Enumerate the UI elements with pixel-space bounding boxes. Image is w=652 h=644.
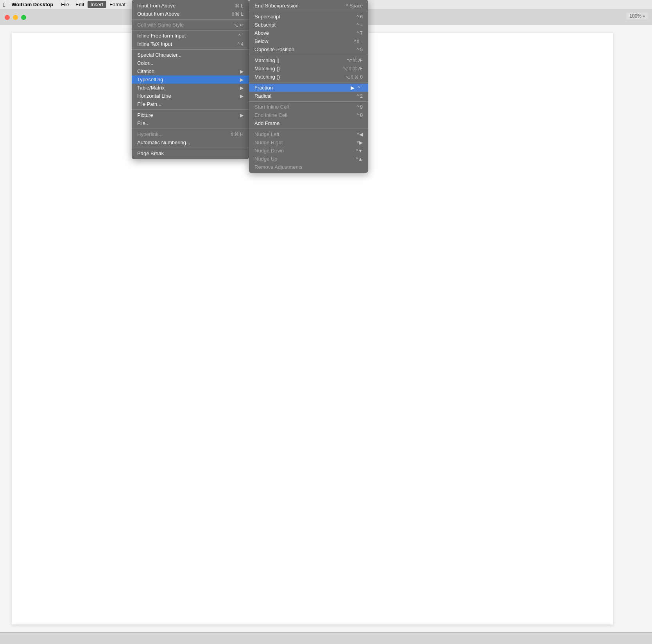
submenu-item-fraction[interactable]: Fraction ▶ ^ ´ [249, 84, 368, 92]
submenu-item-start-inline-cell: Start Inline Cell ^ 9 [249, 103, 368, 111]
typesetting-submenu: End Subexpression ^ Space Superscript ^ … [249, 0, 368, 173]
submenu-item-matching-parens[interactable]: Matching () ⌥⇧⌘ 0 [249, 73, 368, 81]
table-matrix-arrow-icon: ▶ [240, 85, 244, 91]
submenu-item-above[interactable]: Above ^ 7 [249, 29, 368, 37]
submenu-separator-4 [249, 101, 368, 102]
submenu-item-nudge-left: Nudge Left ^◀ [249, 130, 368, 138]
submenu-item-nudge-up: Nudge Up ^▲ [249, 155, 368, 163]
submenu-item-end-subexpression[interactable]: End Subexpression ^ Space [249, 2, 368, 10]
menubar-format[interactable]: Format [106, 1, 129, 8]
status-bar [0, 632, 652, 644]
menu-item-inline-freeform[interactable]: Inline Free-form Input ^ ` [132, 32, 249, 40]
typesetting-arrow-icon: ▶ [240, 77, 244, 82]
submenu-item-radical[interactable]: Radical ^ 2 [249, 92, 368, 100]
submenu-item-opposite-position[interactable]: Opposite Position ^ 5 [249, 45, 368, 54]
picture-arrow-icon: ▶ [240, 113, 244, 118]
menu-item-file[interactable]: File... [132, 119, 249, 127]
zoom-control[interactable]: 100% ▾ [626, 13, 648, 20]
submenu-item-end-inline-cell: End Inline Cell ^ 0 [249, 111, 368, 119]
minimize-button[interactable] [13, 15, 18, 20]
menu-separator-3 [132, 49, 249, 50]
submenu-separator-3 [249, 82, 368, 82]
submenu-separator-1 [249, 11, 368, 11]
menu-separator-5 [132, 129, 249, 129]
menu-item-page-break[interactable]: Page Break [132, 149, 249, 157]
menu-item-color[interactable]: Color... [132, 59, 249, 67]
menubar-edit[interactable]: Edit [72, 1, 87, 8]
menu-item-special-char[interactable]: Special Character... [132, 51, 249, 59]
menu-separator-1 [132, 19, 249, 20]
menubar-file[interactable]: File [58, 1, 72, 8]
menu-item-auto-numbering[interactable]: Automatic Numbering... [132, 138, 249, 147]
menu-separator-2 [132, 30, 249, 30]
insert-menu: Input from Above ⌘ L Output from Above ⇧… [132, 0, 249, 159]
submenu-item-subscript[interactable]: Subscript ^ − [249, 21, 368, 29]
menubar-insert[interactable]: Insert [88, 1, 107, 8]
menu-item-typesetting[interactable]: Typesetting ▶ [132, 75, 249, 84]
menu-item-table-matrix[interactable]: Table/Matrix ▶ [132, 84, 249, 92]
menu-item-file-path[interactable]: File Path... [132, 100, 249, 108]
menu-item-citation[interactable]: Citation ▶ [132, 67, 249, 75]
submenu-item-matching-brackets[interactable]: Matching [] ⌥⌘ Æ [249, 56, 368, 64]
menu-item-horizontal-line[interactable]: Horizontal Line ▶ [132, 92, 249, 100]
maximize-button[interactable] [21, 15, 26, 20]
submenu-separator-2 [249, 55, 368, 55]
menu-item-picture[interactable]: Picture ▶ [132, 111, 249, 119]
menu-item-output-from-above[interactable]: Output from Above ⇧⌘ L [132, 10, 249, 18]
menu-separator-4 [132, 109, 249, 110]
menu-item-input-from-above[interactable]: Input from Above ⌘ L [132, 2, 249, 10]
submenu-item-below[interactable]: Below ^⇧ , [249, 37, 368, 45]
submenu-item-nudge-right: Nudge Right ^▶ [249, 138, 368, 147]
submenu-item-matching-braces[interactable]: Matching {} ⌥⇧⌘ Æ [249, 64, 368, 73]
menu-separator-6 [132, 148, 249, 148]
menu-item-cell-same-style: Cell with Same Style ⌥ ↩ [132, 21, 249, 29]
horizontal-line-arrow-icon: ▶ [240, 93, 244, 99]
zoom-value: 100% [629, 13, 641, 19]
menu-item-inline-tex[interactable]: Inline TeX Input ^ 4 [132, 40, 249, 48]
submenu-separator-5 [249, 129, 368, 129]
submenu-item-add-frame[interactable]: Add Frame [249, 119, 368, 127]
submenu-item-nudge-down: Nudge Down ^▼ [249, 147, 368, 155]
fraction-arrow-icon: ▶ [351, 85, 355, 91]
apple-logo:  [3, 1, 5, 8]
citation-arrow-icon: ▶ [240, 69, 244, 74]
submenu-item-remove-adjustments: Remove Adjustments [249, 163, 368, 171]
menubar-wolfram-desktop[interactable]: Wolfram Desktop [8, 1, 56, 8]
menu-item-hyperlink: Hyperlink... ⇧⌘ H [132, 130, 249, 138]
zoom-chevron-icon: ▾ [643, 14, 645, 18]
submenu-item-superscript[interactable]: Superscript ^ 6 [249, 13, 368, 21]
close-button[interactable] [5, 15, 10, 20]
